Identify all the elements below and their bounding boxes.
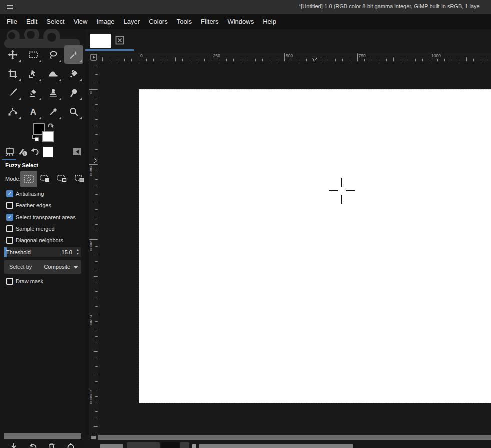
toolbox-panel: A i Fuzzy Select Mode: ✓AntialiasingFeat…: [0, 29, 85, 448]
hruler-label: 750: [359, 53, 366, 58]
tool-eraser-button[interactable]: [24, 83, 43, 102]
save-tool-preset-button[interactable]: [9, 442, 18, 448]
tool-color-picker-button[interactable]: [44, 102, 63, 121]
canvas-horizontal-scrollbar[interactable]: [98, 435, 491, 440]
clone-icon: [48, 87, 59, 98]
canvas-viewport[interactable]: [98, 62, 491, 435]
tool-clone-button[interactable]: [44, 83, 63, 102]
tool-free-select-button[interactable]: [44, 45, 63, 64]
statusbar-zoom-dropdown[interactable]: [180, 442, 189, 448]
tool-group-indicator: [18, 79, 21, 81]
mode-intersect-button[interactable]: [75, 175, 85, 183]
quick-mask-icon: [91, 436, 96, 439]
tool-options-scrollbar[interactable]: [4, 433, 81, 439]
tab-tool-options[interactable]: [4, 146, 15, 157]
tab-undo-history[interactable]: [29, 146, 40, 157]
tool-fuzzy-select-button[interactable]: [64, 45, 83, 64]
tool-paths-button[interactable]: [3, 102, 22, 121]
menu-colors[interactable]: Colors: [144, 14, 172, 29]
option-row: Draw mask: [0, 278, 85, 286]
vertical-ruler[interactable]: 02505007501000: [89, 62, 98, 435]
mode-label: Mode:: [5, 176, 21, 182]
image-tab[interactable]: [90, 34, 111, 48]
ruler-corner-button[interactable]: [89, 53, 98, 62]
horizontal-ruler[interactable]: 02505007501000: [98, 53, 491, 62]
app-menu-icon[interactable]: [7, 5, 13, 9]
tab-device-status[interactable]: i: [17, 146, 28, 157]
menu-edit[interactable]: Edit: [22, 14, 42, 29]
background-color-swatch[interactable]: [42, 131, 54, 142]
vruler-label: 750: [90, 315, 92, 326]
select-transparent-areas-checkbox[interactable]: ✓: [6, 214, 13, 221]
menu-tools[interactable]: Tools: [172, 14, 196, 29]
tool-group-indicator: [79, 98, 82, 100]
tool-unified-transform-button[interactable]: [24, 64, 43, 83]
quick-mask-toggle[interactable]: [89, 435, 98, 440]
pen-info-icon: i: [17, 146, 28, 157]
select-by-dropdown[interactable]: Select by Composite: [4, 260, 81, 274]
unified-transform-icon: [28, 68, 39, 79]
feather-edges-checkbox[interactable]: [6, 202, 13, 209]
swap-colors-icon[interactable]: [47, 122, 54, 129]
close-tab-button[interactable]: [115, 36, 124, 45]
tool-group-indicator: [59, 98, 61, 100]
statusbar-zoom-input[interactable]: [161, 442, 179, 448]
hruler-label: 500: [286, 53, 293, 58]
menubar: FileEditSelectViewImageLayerColorsToolsF…: [0, 14, 491, 29]
menu-view[interactable]: View: [69, 14, 92, 29]
menu-file[interactable]: File: [2, 14, 22, 29]
menu-select[interactable]: Select: [42, 14, 69, 29]
tool-group-indicator: [79, 60, 82, 62]
delete-tool-preset-button[interactable]: [47, 442, 56, 448]
crosshair-cursor: [341, 178, 342, 187]
antialiasing-checkbox[interactable]: ✓: [6, 190, 13, 197]
eraser-icon: [28, 87, 39, 98]
menu-filters[interactable]: Filters: [196, 14, 223, 29]
image-canvas[interactable]: [139, 89, 491, 403]
option-row: ✓Select transparent areas: [0, 214, 85, 222]
paintbrush-icon: [7, 87, 18, 98]
gradient-icon: [48, 68, 59, 79]
scrollbar-thumb[interactable]: [98, 435, 491, 440]
crop-icon: [7, 68, 18, 79]
tool-rectangle-select-button[interactable]: [24, 45, 43, 64]
sample-merged-checkbox[interactable]: [6, 225, 13, 232]
move-icon: [7, 49, 18, 60]
restore-tool-preset-button[interactable]: [28, 442, 37, 448]
vruler-label: 1000: [90, 390, 92, 404]
menu-layer[interactable]: Layer: [119, 14, 145, 29]
vruler-label: 500: [90, 241, 92, 251]
default-colors-icon-bg[interactable]: [35, 137, 39, 141]
threshold-slider[interactable]: Threshold 15.0 ▲▼: [4, 247, 81, 257]
trash-icon: [47, 442, 56, 448]
option-row: Sample merged: [0, 225, 85, 233]
tool-text-button[interactable]: A: [24, 102, 43, 121]
tool-move-button[interactable]: [3, 45, 22, 64]
tool-gradient-button[interactable]: [44, 64, 63, 83]
mode-subtract-button[interactable]: [57, 175, 67, 183]
threshold-spinner[interactable]: ▲▼: [75, 248, 80, 257]
tool-smudge-button[interactable]: [64, 83, 83, 102]
statusbar-position-text: [100, 444, 123, 448]
tool-crop-button[interactable]: [3, 64, 22, 83]
easel-icon: [4, 146, 15, 157]
draw-mask-checkbox[interactable]: [6, 278, 13, 285]
vruler-label: 0: [90, 91, 92, 94]
mode-add-button[interactable]: [40, 175, 50, 183]
tool-zoom-button[interactable]: [64, 102, 83, 121]
hruler-label: 250: [213, 53, 220, 58]
statusbar-hint-text: [199, 444, 353, 448]
tool-paintbrush-button[interactable]: [3, 83, 22, 102]
reset-tool-options-button[interactable]: [66, 442, 75, 448]
statusbar-unit-select[interactable]: [127, 442, 160, 448]
dock-menu-button[interactable]: [73, 148, 81, 155]
menu-help[interactable]: Help: [258, 14, 281, 29]
menu-image[interactable]: Image: [92, 14, 119, 29]
tool-bucket-fill-button[interactable]: [64, 64, 83, 83]
mode-add-icon: [40, 175, 50, 183]
active-image-tab-underline: [85, 49, 134, 51]
mode-replace-button[interactable]: [20, 171, 37, 187]
menu-windows[interactable]: Windows: [223, 14, 258, 29]
tab-image-thumbnail[interactable]: [43, 147, 53, 157]
diagonal-neighbors-checkbox[interactable]: [6, 237, 13, 244]
